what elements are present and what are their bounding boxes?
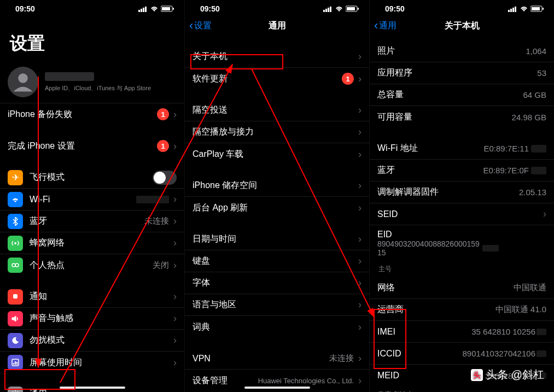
row-imei: IMEI 35 642810 10256 [370, 321, 554, 343]
row-bluetooth[interactable]: 蓝牙 未连接 › [0, 210, 184, 232]
row-software-update[interactable]: 软件更新 1 › [185, 68, 369, 90]
row-airplane[interactable]: ✈ 飞行模式 [0, 167, 184, 189]
svg-rect-13 [13, 363, 14, 365]
toggle[interactable] [153, 171, 177, 185]
chevron-right-icon: › [173, 389, 177, 393]
badge-icon: 1 [157, 108, 169, 120]
svg-rect-15 [16, 362, 18, 365]
screen-about: 09:50 ‹通用 关于本机 照片 1,064 应用程序 53 总容量 64 G… [370, 0, 554, 392]
row-storage[interactable]: iPhone 储存空间 › [185, 175, 369, 197]
svg-rect-22 [347, 7, 355, 10]
row-carplay[interactable]: CarPlay 车载 › [185, 143, 369, 165]
chevron-right-icon: › [358, 255, 361, 267]
battery-icon [346, 5, 359, 12]
profile-name-masked [45, 72, 94, 81]
chevron-right-icon: › [358, 180, 361, 191]
row-hotspot[interactable]: 个人热点 关闭 › [0, 254, 184, 276]
watermark: 头 头条 @斜杠 [471, 367, 544, 382]
wifi-icon [150, 6, 159, 12]
row-bluetooth-addr: 蓝牙 E0:89:7E:0F [370, 160, 554, 182]
row-background-refresh[interactable]: 后台 App 刷新 › [185, 197, 369, 219]
battery-icon [161, 5, 174, 12]
cellular-icon [8, 236, 23, 251]
chevron-right-icon: › [358, 233, 361, 245]
page-title: 设置 [0, 15, 184, 63]
row-iccid: ICCID 8901410327042106 [370, 343, 554, 365]
svg-rect-30 [543, 8, 544, 10]
badge-icon: 1 [342, 73, 354, 85]
signal-icon [138, 6, 148, 12]
chevron-right-icon: › [358, 149, 361, 160]
nav-bar: ‹设置 通用 [185, 15, 369, 36]
nav-bar: ‹通用 关于本机 [370, 15, 554, 36]
chevron-right-icon: › [543, 208, 546, 220]
masked [536, 350, 546, 357]
svg-rect-14 [15, 361, 16, 365]
status-time: 09:50 [15, 4, 35, 13]
chevron-right-icon: › [358, 299, 361, 311]
row-vpn[interactable]: VPN 未连接 › [185, 348, 369, 370]
chevron-right-icon: › [173, 141, 177, 152]
row-about[interactable]: 关于本机 › [185, 46, 369, 68]
svg-text:头: 头 [473, 371, 481, 379]
wifi-value-masked [136, 196, 169, 203]
row-cellular[interactable]: 蜂窝网络 › [0, 232, 184, 254]
chevron-right-icon: › [358, 73, 361, 85]
home-indicator[interactable] [60, 387, 125, 389]
svg-rect-5 [162, 7, 170, 10]
row-notifications[interactable]: 通知 › [0, 286, 184, 308]
row-dnd[interactable]: 勿扰模式 › [0, 330, 184, 352]
row-fonts[interactable]: 字体 › [185, 272, 369, 294]
back-button[interactable]: ‹设置 [189, 20, 212, 32]
section-header-esim: 数字 SIM 卡 [370, 387, 554, 392]
masked [531, 145, 546, 153]
row-airplay[interactable]: 隔空播放与接力 › [185, 121, 369, 143]
gear-icon [8, 387, 23, 392]
svg-rect-26 [512, 8, 514, 12]
chevron-right-icon: › [173, 109, 177, 120]
status-bar: 09:50 [0, 0, 184, 15]
chevron-right-icon: › [173, 291, 177, 302]
row-language[interactable]: 语言与地区 › [185, 294, 369, 316]
svg-rect-18 [325, 9, 327, 12]
screentime-icon [8, 355, 23, 370]
chevron-right-icon: › [358, 353, 361, 364]
row-seid[interactable]: SEID › [370, 203, 554, 225]
svg-rect-19 [328, 8, 329, 12]
wifi-icon [335, 6, 343, 12]
profile-row[interactable]: Apple ID、iCloud、iTunes 与 App Store [0, 63, 184, 103]
chevron-right-icon: › [358, 51, 361, 62]
status-icons [508, 5, 544, 12]
row-eid: EID 89049032004008882600015915 [370, 225, 554, 261]
svg-rect-0 [138, 10, 140, 12]
svg-rect-25 [510, 9, 512, 12]
signal-icon [508, 6, 517, 12]
row-screentime[interactable]: 屏幕使用时间 › [0, 352, 184, 373]
dnd-icon [8, 333, 23, 348]
avatar [8, 67, 38, 97]
back-button[interactable]: ‹通用 [374, 20, 396, 32]
svg-point-7 [18, 73, 28, 83]
svg-rect-17 [323, 10, 325, 12]
svg-rect-3 [145, 7, 147, 12]
row-airdrop[interactable]: 隔空投送 › [185, 100, 369, 121]
svg-rect-6 [173, 8, 174, 10]
chevron-right-icon: › [173, 215, 177, 227]
battery-icon [530, 5, 544, 12]
notifications-icon [8, 289, 23, 305]
chevron-right-icon: › [173, 194, 177, 205]
row-wifi-addr: Wi-Fi 地址 E0:89:7E:11 [370, 138, 554, 160]
row-keyboard[interactable]: 键盘 › [185, 250, 369, 272]
row-dictionary[interactable]: 词典 › [185, 316, 369, 338]
chevron-right-icon: › [358, 321, 361, 333]
airplane-icon: ✈ [8, 170, 23, 185]
status-time: 09:50 [385, 4, 405, 13]
wifi-icon [8, 192, 23, 207]
row-finish-setup[interactable]: 完成 iPhone 设置 1 › [0, 135, 184, 157]
home-indicator[interactable] [244, 387, 310, 389]
row-wifi[interactable]: Wi-Fi › [0, 189, 184, 210]
svg-point-9 [12, 264, 15, 267]
row-sounds[interactable]: 声音与触感 › [0, 308, 184, 330]
row-backup-fail[interactable]: iPhone 备份失败 1 › [0, 103, 184, 125]
row-datetime[interactable]: 日期与时间 › [185, 229, 369, 250]
